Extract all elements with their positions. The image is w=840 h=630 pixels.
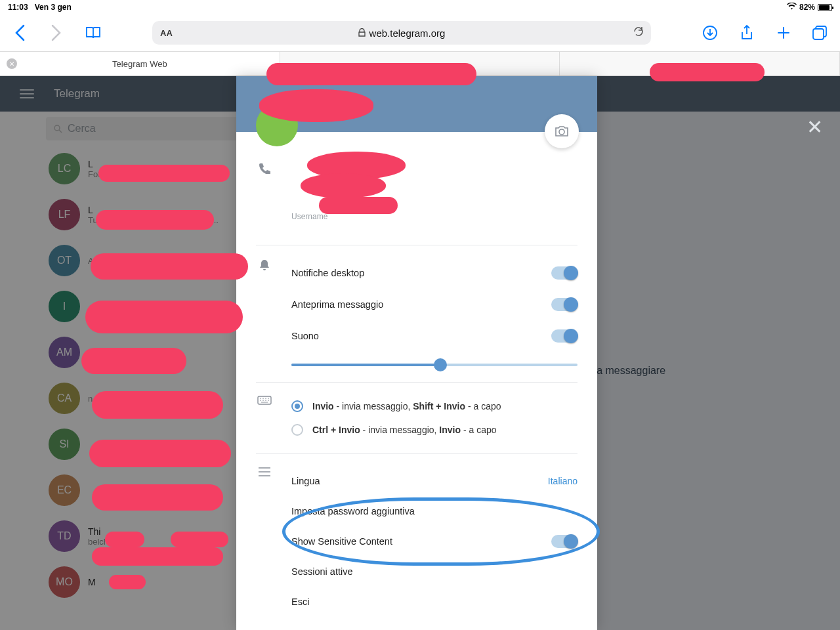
profile-hero: [236, 76, 597, 132]
forward-button[interactable]: [47, 24, 66, 42]
camera-icon: [555, 125, 569, 137]
sound-label: Suono: [291, 331, 319, 341]
bookmarks-button[interactable]: [84, 24, 102, 42]
share-button[interactable]: [738, 24, 756, 42]
tab-title: Telegram Web: [112, 59, 167, 69]
back-button[interactable]: [10, 24, 29, 42]
refresh-button[interactable]: [633, 25, 644, 41]
battery-icon: [818, 4, 832, 11]
battery-percent: 82%: [799, 3, 815, 12]
svg-rect-2: [813, 29, 824, 39]
hamburger-icon: [256, 466, 273, 617]
status-date: Ven 3 gen: [35, 3, 72, 12]
safari-toolbar: AA web.telegram.org: [0, 14, 840, 51]
volume-slider[interactable]: [291, 364, 578, 366]
message-preview-toggle[interactable]: [551, 298, 578, 311]
browser-tab-active[interactable]: ✕ Telegram Web: [0, 52, 280, 75]
tab-close-button[interactable]: ✕: [7, 58, 17, 69]
sensitive-content-toggle[interactable]: [551, 535, 578, 548]
logout-row[interactable]: Esci: [291, 587, 578, 617]
desktop-notifications-toggle[interactable]: [551, 266, 578, 280]
settings-modal: Username Notifiche desktop Anteprima mes…: [236, 76, 597, 630]
new-tab-button[interactable]: [774, 24, 793, 42]
radio-unchecked-icon: [291, 424, 303, 436]
lock-icon: [358, 28, 366, 39]
wifi-icon: [787, 3, 797, 12]
bell-icon: [256, 257, 273, 370]
tabs-button[interactable]: [811, 24, 830, 42]
language-row[interactable]: Lingua Italiano: [291, 466, 578, 496]
sensitive-content-row[interactable]: Show Sensitive Content: [291, 526, 578, 556]
username-label: Username: [291, 212, 578, 221]
ios-status-bar: 11:03 Ven 3 gen 82%: [0, 0, 840, 14]
url-bar[interactable]: AA web.telegram.org: [152, 21, 651, 45]
modal-close-button[interactable]: ✕: [807, 116, 823, 138]
language-value: Italiano: [548, 476, 578, 486]
active-sessions-row[interactable]: Sessioni attive: [291, 556, 578, 587]
browser-tab[interactable]: [560, 52, 840, 75]
reader-button[interactable]: AA: [160, 28, 173, 38]
send-enter-option[interactable]: Invio - invia messaggio, Shift + Invio -…: [291, 394, 578, 418]
svg-point-4: [559, 129, 564, 135]
downloads-button[interactable]: [701, 24, 719, 42]
status-time: 11:03: [8, 3, 28, 12]
profile-avatar[interactable]: [256, 104, 298, 146]
language-label: Lingua: [291, 476, 320, 486]
additional-password-row[interactable]: Imposta password aggiuntiva: [291, 496, 578, 526]
tab-strip: ✕ Telegram Web: [0, 51, 840, 76]
radio-checked-icon: [291, 400, 303, 412]
url-host: web.telegram.org: [369, 28, 446, 39]
phone-icon: [256, 161, 273, 221]
telegram-app: Telegram Cerca LC L Foto LF L Tu: Però a…: [0, 76, 840, 630]
keyboard-icon: [256, 394, 273, 442]
send-ctrl-enter-option[interactable]: Ctrl + Invio - invia messaggio, Invio - …: [291, 418, 578, 442]
sound-toggle[interactable]: [551, 329, 578, 343]
message-preview-label: Anteprima messaggio: [291, 299, 383, 310]
browser-tab[interactable]: [280, 52, 560, 75]
change-photo-button[interactable]: [545, 114, 579, 148]
desktop-notifications-label: Notifiche desktop: [291, 268, 364, 278]
